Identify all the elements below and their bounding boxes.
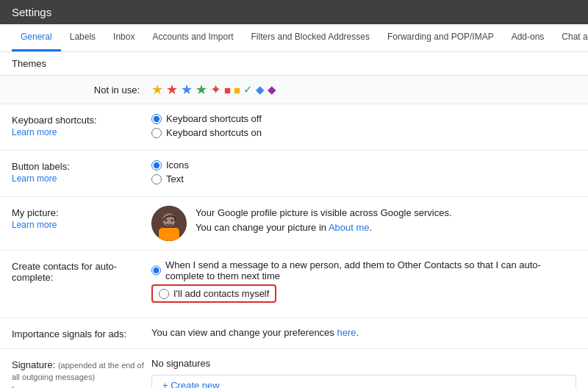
manual-add-label: I'll add contacts myself — [173, 288, 269, 299]
star-3[interactable]: ★ — [181, 82, 193, 98]
text-radio[interactable] — [151, 174, 162, 184]
auto-add-label: When I send a message to a new person, a… — [165, 259, 576, 281]
signature-section: Signature: (appended at the end of all o… — [0, 349, 588, 388]
shortcuts-off-option[interactable]: Keyboard shortcuts off — [151, 113, 576, 124]
create-contacts-section: Create contacts for auto-complete: When … — [0, 251, 588, 318]
profile-pic-section: Your Google profile picture is visible a… — [151, 206, 576, 241]
button-labels-content: Icons Text — [151, 159, 576, 187]
not-in-use-label: Not in use: — [12, 85, 151, 96]
svg-rect-6 — [159, 228, 179, 241]
keyboard-shortcuts-content: Keyboard shortcuts off Keyboard shortcut… — [151, 113, 576, 141]
signature-learn-more[interactable]: Learn more — [12, 385, 151, 388]
not-in-use-row: Not in use: ★ ★ ★ ★ ✦ ■ ■ ✓ ◆ ◆ — [0, 76, 588, 104]
svg-point-4 — [165, 220, 168, 222]
icons-radio[interactable] — [151, 160, 162, 170]
create-new-button[interactable]: + Create new — [151, 375, 576, 388]
star-9[interactable]: ◆ — [256, 83, 265, 96]
tab-filters[interactable]: Filters and Blocked Addresses — [243, 24, 379, 51]
my-picture-section: My picture: Learn more — [0, 197, 588, 251]
title-bar: Settings — [0, 0, 588, 24]
themes-section[interactable]: Themes — [0, 52, 588, 76]
svg-point-5 — [171, 220, 173, 222]
profile-description: Your Google profile picture is visible a… — [196, 206, 452, 234]
tab-addons[interactable]: Add-ons — [503, 24, 553, 51]
text-option[interactable]: Text — [151, 173, 576, 184]
no-signatures-text: No signatures — [151, 358, 576, 369]
shortcuts-on-label: Keyboard shortcuts on — [166, 127, 262, 138]
manual-add-radio[interactable] — [159, 289, 169, 299]
text-label: Text — [166, 173, 184, 184]
app-title: Settings — [12, 6, 51, 18]
keyboard-shortcuts-label: Keyboard shortcuts: Learn more — [12, 113, 151, 137]
button-labels-section: Button labels: Learn more Icons Text — [0, 151, 588, 197]
button-labels-label: Button labels: Learn more — [12, 159, 151, 184]
star-5[interactable]: ✦ — [210, 82, 221, 98]
my-picture-label: My picture: Learn more — [12, 206, 151, 230]
shortcuts-off-label: Keyboard shortcuts off — [166, 113, 262, 124]
tab-labels[interactable]: Labels — [61, 24, 104, 51]
signature-label: Signature: (appended at the end of all o… — [12, 358, 151, 388]
shortcuts-off-radio[interactable] — [151, 114, 162, 124]
icons-option[interactable]: Icons — [151, 159, 576, 170]
create-contacts-content: When I send a message to a new person, a… — [151, 259, 576, 309]
shortcuts-on-option[interactable]: Keyboard shortcuts on — [151, 127, 576, 138]
nav-bar: General Labels Inbox Accounts and Import… — [0, 24, 588, 52]
tab-chat-meet[interactable]: Chat and Meet — [553, 24, 588, 51]
manual-add-option[interactable]: I'll add contacts myself — [151, 284, 576, 306]
star-7[interactable]: ■ — [234, 84, 240, 96]
importance-ads-section: Importance signals for ads: You can view… — [0, 318, 588, 349]
create-contacts-label: Create contacts for auto-complete: — [12, 259, 151, 283]
signature-content: No signatures + Create new — [151, 358, 576, 388]
star-10[interactable]: ◆ — [268, 83, 276, 96]
signature-inner: No signatures + Create new — [151, 358, 576, 388]
keyboard-learn-more[interactable]: Learn more — [12, 127, 151, 137]
tab-inbox[interactable]: Inbox — [104, 24, 143, 51]
star-8[interactable]: ✓ — [243, 83, 253, 96]
keyboard-shortcuts-section: Keyboard shortcuts: Learn more Keyboard … — [0, 104, 588, 151]
stars-row: ★ ★ ★ ★ ✦ ■ ■ ✓ ◆ ◆ — [151, 82, 276, 98]
icons-label: Icons — [166, 159, 189, 170]
importance-ads-label: Importance signals for ads: — [12, 327, 151, 340]
importance-here-link[interactable]: here — [337, 327, 356, 338]
themes-label: Themes — [12, 58, 46, 69]
tab-accounts-import[interactable]: Accounts and Import — [143, 24, 242, 51]
about-me-link[interactable]: About me — [329, 222, 370, 233]
button-labels-learn-more[interactable]: Learn more — [12, 173, 151, 184]
shortcuts-on-radio[interactable] — [151, 128, 162, 138]
star-1[interactable]: ★ — [151, 82, 163, 98]
auto-add-option[interactable]: When I send a message to a new person, a… — [151, 259, 576, 281]
tab-forwarding[interactable]: Forwarding and POP/IMAP — [379, 24, 503, 51]
star-4[interactable]: ★ — [196, 82, 207, 98]
auto-add-radio[interactable] — [151, 265, 161, 276]
my-picture-content: Your Google profile picture is visible a… — [151, 206, 576, 241]
star-2[interactable]: ★ — [166, 82, 178, 98]
tab-general[interactable]: General — [12, 24, 61, 51]
avatar — [151, 206, 187, 241]
importance-ads-content: You can view and change your preferences… — [151, 327, 576, 338]
settings-content: Not in use: ★ ★ ★ ★ ✦ ■ ■ ✓ ◆ ◆ Keyboard… — [0, 76, 588, 388]
my-picture-learn-more[interactable]: Learn more — [12, 220, 151, 230]
star-6[interactable]: ■ — [224, 84, 231, 96]
